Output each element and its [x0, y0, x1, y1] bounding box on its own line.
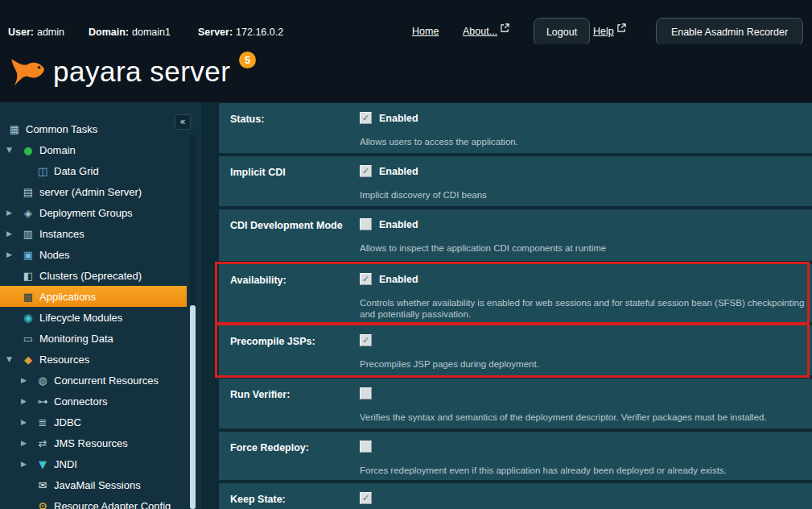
help-link[interactable]: Help: [593, 26, 626, 37]
chevron-right-icon[interactable]: ▶: [21, 460, 35, 468]
sidebar-item-jndi[interactable]: ▶▼JNDI: [0, 453, 187, 474]
nodes-icon: ▣: [20, 249, 36, 261]
deployment-groups-icon: ◈: [20, 207, 36, 219]
field-control: ✓Enabled: [360, 112, 418, 124]
sidebar-scrollbar[interactable]: [190, 134, 196, 509]
chevron-right-icon[interactable]: ▶: [21, 376, 35, 384]
scrollbar-thumb[interactable]: [190, 305, 196, 509]
domain-label: Domain:: [89, 27, 129, 38]
sidebar-item-label: JavaMail Sessions: [54, 479, 141, 491]
chevron-right-icon[interactable]: ▶: [6, 209, 20, 217]
sidebar-item-clusters-deprecated[interactable]: ◧Clusters (Deprecated): [0, 265, 187, 286]
sidebar-item-label: Monitoring Data: [39, 333, 113, 345]
sidebar: « ▦Common Tasks▼●Domain◫Data Grid▤server…: [0, 102, 201, 509]
sidebar-item-resource-adapter-config[interactable]: ⚙Resource Adapter Config: [0, 495, 187, 509]
sidebar-item-label: Lifecycle Modules: [39, 312, 122, 324]
sidebar-item-jms-resources[interactable]: ▶⇄JMS Resources: [0, 432, 187, 453]
checkbox-label: Enabled: [379, 274, 418, 285]
enable-asadmin-recorder-button[interactable]: Enable Asadmin Recorder: [656, 18, 803, 46]
sidebar-item-label: Deployment Groups: [39, 207, 133, 219]
sidebar-item-label: Resource Adapter Config: [54, 500, 171, 509]
form-row-status: Status:✓EnabledAllows users to access th…: [219, 103, 812, 153]
chevron-down-icon[interactable]: ▼: [6, 146, 20, 154]
form-row-run-verifier: Run Verifier:Verifies the syntax and sem…: [219, 379, 812, 428]
lifecycle-modules-icon: ◉: [20, 312, 36, 324]
checkbox-cdi-development-mode[interactable]: [360, 218, 372, 230]
checkbox-implicit-cdi[interactable]: ✓: [360, 165, 372, 177]
chevron-down-icon[interactable]: ▼: [6, 355, 20, 363]
field-description: Precompiles JSP pages during deployment.: [360, 359, 806, 370]
checkbox-availability[interactable]: ✓: [360, 273, 372, 285]
about-link[interactable]: About...: [463, 26, 509, 37]
field-description: Controls whether availability is enabled…: [360, 298, 806, 320]
chevron-right-icon[interactable]: ▶: [6, 250, 20, 259]
sidebar-item-nodes[interactable]: ▶▣Nodes: [0, 244, 187, 265]
form-row-keep-state: Keep State:✓: [219, 483, 812, 509]
sidebar-item-label: Data Grid: [54, 165, 99, 177]
sidebar-item-javamail-sessions[interactable]: ✉JavaMail Sessions: [0, 474, 187, 495]
sidebar-item-connectors[interactable]: ▶⊶Connectors: [0, 391, 187, 412]
form-row-availability: Availability:✓EnabledControls whether av…: [219, 264, 812, 322]
checkbox-label: Enabled: [379, 113, 418, 124]
checkbox-keep-state[interactable]: ✓: [360, 492, 372, 504]
checkbox-force-redeploy[interactable]: [360, 441, 372, 453]
sidebar-item-jdbc[interactable]: ▶≣JDBC: [0, 412, 187, 432]
data-grid-icon: ◫: [35, 165, 51, 177]
sidebar-item-lifecycle-modules[interactable]: ◉Lifecycle Modules: [0, 307, 187, 328]
brand-wordmark: payara server: [53, 56, 230, 88]
sidebar-item-monitoring-data[interactable]: ▭Monitoring Data: [0, 328, 187, 349]
chevron-right-icon[interactable]: ▶: [21, 418, 35, 426]
user-info: User:admin: [8, 27, 64, 38]
field-control: ✓Enabled: [360, 273, 418, 285]
app-window: User:admin Domain:domain1 Server:172.16.…: [0, 0, 812, 509]
sidebar-item-instances[interactable]: ▶▥Instances: [0, 223, 187, 244]
sidebar-item-label: Resources: [39, 354, 89, 366]
sidebar-item-label: Applications: [39, 291, 96, 303]
field-label: CDI Development Mode: [230, 220, 343, 231]
user-value: admin: [37, 27, 64, 38]
chevron-right-icon[interactable]: ▶: [6, 230, 20, 238]
field-label: Force Redeploy:: [230, 442, 309, 453]
field-label: Precompile JSPs:: [230, 336, 315, 347]
sidebar-item-data-grid[interactable]: ◫Data Grid: [0, 160, 187, 181]
sidebar-item-server-admin-server[interactable]: ▤server (Admin Server): [0, 181, 187, 202]
form-row-implicit-cdi: Implicit CDI✓EnabledImplicit discovery o…: [219, 156, 812, 206]
sidebar-item-deployment-groups[interactable]: ▶◈Deployment Groups: [0, 202, 187, 223]
field-description: Allows to inspect the application CDI co…: [360, 243, 806, 254]
sidebar-item-label: Connectors: [54, 395, 107, 408]
chevron-right-icon[interactable]: ▶: [21, 439, 35, 447]
sidebar-item-label: JDBC: [54, 416, 81, 428]
domain-info: Domain:domain1: [89, 27, 171, 38]
instances-icon: ▥: [20, 228, 36, 240]
field-control: Enabled: [360, 218, 418, 230]
sidebar-item-common-tasks[interactable]: ▦Common Tasks: [0, 118, 187, 139]
field-label: Availability:: [230, 275, 286, 286]
sidebar-item-applications[interactable]: ▩Applications: [0, 286, 187, 307]
sidebar-item-concurrent-resources[interactable]: ▶◍Concurrent Resources: [0, 370, 187, 391]
resource-adapter-config-icon: ⚙: [35, 500, 51, 509]
checkbox-run-verifier[interactable]: [360, 387, 372, 399]
field-control: ✓: [360, 492, 372, 504]
field-description: Implicit discovery of CDI beans: [360, 190, 806, 201]
sidebar-item-label: Domain: [39, 144, 76, 156]
sidebar-item-label: server (Admin Server): [39, 186, 142, 198]
sidebar-tree: ▦Common Tasks▼●Domain◫Data Grid▤server (…: [0, 118, 187, 509]
sidebar-item-resources[interactable]: ▼◆Resources: [0, 349, 187, 370]
checkbox-status[interactable]: ✓: [360, 112, 372, 124]
chevron-right-icon[interactable]: ▶: [21, 397, 35, 405]
connectors-icon: ⊶: [35, 395, 51, 408]
field-description: Forces redeployment even if this applica…: [360, 466, 806, 477]
clusters-icon: ◧: [20, 270, 36, 282]
logout-button[interactable]: Logout: [534, 18, 590, 46]
field-label: Run Verifier:: [230, 389, 290, 400]
sidebar-item-label: Concurrent Resources: [54, 375, 159, 387]
home-link[interactable]: Home: [412, 26, 439, 37]
checkbox-precompile-jsps[interactable]: ✓: [360, 334, 372, 346]
sidebar-collapse-button[interactable]: «: [175, 114, 191, 130]
javamail-sessions-icon: ✉: [35, 479, 51, 491]
sidebar-item-domain[interactable]: ▼●Domain: [0, 139, 187, 160]
form-row-precompile-jsps: Precompile JSPs:✓Precompiles JSP pages d…: [219, 325, 812, 375]
jms-resources-icon: ⇄: [35, 437, 51, 449]
applications-icon: ▩: [20, 291, 36, 303]
domain-icon: ●: [20, 144, 36, 156]
